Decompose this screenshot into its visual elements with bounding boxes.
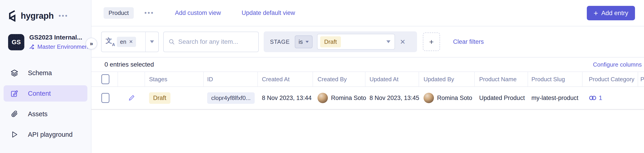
stage-value-dropdown[interactable]: Draft	[317, 34, 395, 50]
stage-operator-dropdown[interactable]: is	[295, 35, 312, 48]
add-entry-button[interactable]: + Add entry	[587, 6, 635, 20]
sidebar: hygraph ••• GS GS2023 Internal... Master…	[0, 0, 92, 153]
stage-badge: Draft	[149, 92, 170, 104]
environment-link[interactable]: Master Environment	[29, 43, 90, 50]
column-header-product-name[interactable]: Product Name	[475, 72, 528, 86]
content-edit-icon	[10, 89, 18, 97]
stage-filter-label: STAGE	[270, 39, 290, 45]
product-name-cell: Updated Product	[475, 95, 528, 102]
search-icon	[169, 38, 175, 45]
add-custom-view-link[interactable]: Add custom view	[175, 10, 221, 17]
search-input[interactable]	[178, 38, 253, 45]
stage-filter-group: STAGE is Draft ✕	[264, 31, 417, 52]
view-options-dots-icon[interactable]: •••	[144, 10, 154, 17]
sidebar-collapse-button[interactable]: »	[86, 38, 97, 49]
chevron-down-icon	[150, 40, 154, 43]
add-filter-button[interactable]: +	[423, 33, 440, 51]
sidebar-item-schema[interactable]: Schema	[4, 65, 87, 81]
plus-icon: +	[594, 9, 598, 17]
logo-row: hygraph •••	[0, 0, 91, 22]
chevrons-right-icon: »	[90, 40, 93, 47]
product-slug-cell: my-latest-product	[528, 95, 582, 102]
updated-at-cell: 8 Nov 2023, 13:45	[366, 95, 419, 102]
brand-name: hygraph	[21, 11, 54, 21]
filter-bar: 文A en ✕ STAGE is	[92, 26, 644, 58]
relation-count-link[interactable]: 1	[589, 94, 602, 102]
topbar: Product ••• Add custom view Update defau…	[92, 0, 644, 26]
column-header-created-by[interactable]: Created By	[313, 72, 366, 86]
main-area: Product ••• Add custom view Update defau…	[92, 0, 644, 153]
hygraph-logo-icon	[8, 10, 18, 22]
sidebar-item-api-playground[interactable]: API playground	[4, 126, 87, 143]
chevron-down-icon	[386, 40, 390, 43]
created-by-avatar	[318, 93, 328, 103]
sidebar-item-content[interactable]: Content	[4, 85, 87, 102]
column-header-created-at[interactable]: Created At	[258, 72, 313, 86]
entries-table: Stages ID Created At Created By Updated …	[92, 72, 644, 110]
table-header-row: Stages ID Created At Created By Updated …	[92, 72, 644, 87]
sidebar-item-assets[interactable]: Assets	[4, 106, 87, 122]
view-chip-product[interactable]: Product	[104, 7, 134, 19]
layers-icon	[10, 69, 18, 77]
column-header-stages[interactable]: Stages	[145, 72, 204, 86]
search-box	[163, 32, 259, 52]
table-row: Draft clopr4yf8lfxf0... 8 Nov 2023, 13:4…	[92, 87, 644, 110]
locale-filter-dropdown[interactable]: 文A en ✕	[101, 32, 159, 52]
selection-summary: 0 entries selected	[104, 61, 154, 68]
column-header-actions	[118, 72, 145, 86]
column-header-product-slug[interactable]: Product Slug	[528, 72, 582, 86]
workspace-name: GS2023 Internal...	[29, 34, 90, 41]
workspace-avatar: GS	[8, 34, 24, 50]
translate-icon: 文A	[106, 37, 114, 46]
remove-stage-filter-button[interactable]: ✕	[400, 38, 406, 46]
created-at-cell: 8 Nov 2023, 13:44	[258, 95, 313, 102]
row-checkbox[interactable]	[101, 93, 110, 103]
paperclip-icon	[10, 110, 18, 118]
brand-menu-dots-icon[interactable]: •••	[58, 13, 68, 20]
branch-icon	[29, 44, 35, 50]
app-root: hygraph ••• GS GS2023 Internal... Master…	[0, 0, 644, 153]
play-icon	[10, 130, 18, 138]
select-all-checkbox[interactable]	[101, 74, 110, 84]
entry-id-chip[interactable]: clopr4yf8lfxf0...	[207, 92, 255, 104]
locale-chip: en ✕	[117, 37, 136, 47]
clear-filters-link[interactable]: Clear filters	[453, 38, 484, 45]
selection-row: 0 entries selected Configure columns	[92, 58, 644, 72]
configure-columns-link[interactable]: Configure columns	[593, 61, 642, 68]
remove-locale-icon[interactable]: ✕	[129, 39, 133, 45]
chevron-down-icon	[306, 41, 309, 43]
updated-by-name: Romina Soto	[437, 95, 472, 102]
relation-icon	[589, 95, 596, 100]
created-by-name: Romina Soto	[331, 95, 366, 102]
column-header-truncated[interactable]: Pr	[638, 72, 644, 86]
updated-by-avatar	[424, 93, 434, 103]
column-header-product-category[interactable]: Product Category	[582, 72, 638, 86]
sidebar-nav: Schema Content Assets	[0, 65, 91, 143]
edit-pencil-icon[interactable]	[128, 95, 135, 101]
update-default-view-link[interactable]: Update default view	[242, 10, 295, 17]
workspace-switcher[interactable]: GS GS2023 Internal... Master Environment	[8, 34, 91, 50]
stage-value-chip: Draft	[320, 36, 341, 47]
column-header-id[interactable]: ID	[204, 72, 258, 86]
column-header-updated-by[interactable]: Updated By	[419, 72, 475, 86]
column-header-updated-at[interactable]: Updated At	[366, 72, 419, 86]
